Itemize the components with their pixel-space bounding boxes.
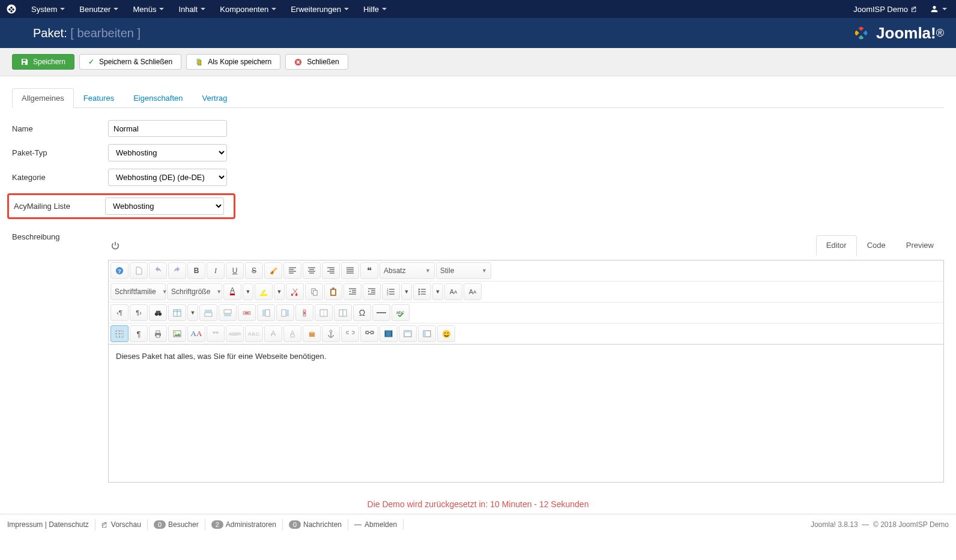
ol-more-button[interactable]: ▼ xyxy=(401,283,412,300)
tab-properties[interactable]: Eigenschaften xyxy=(124,88,192,108)
newdoc-button[interactable] xyxy=(130,262,148,279)
menu-help[interactable]: Hilfe xyxy=(356,0,394,18)
save-close-button[interactable]: ✓ Speichern & Schließen xyxy=(79,54,181,70)
visitors-link[interactable]: 0Besucher xyxy=(148,519,205,530)
ul-more-button[interactable]: ▼ xyxy=(432,283,443,300)
show-blocks-button[interactable] xyxy=(110,325,129,342)
align-center-button[interactable] xyxy=(303,262,321,279)
pilcrow-button[interactable]: ¶ xyxy=(130,325,148,342)
preview-link[interactable]: Vorschau xyxy=(95,519,148,530)
tab-contract[interactable]: Vertrag xyxy=(193,88,237,108)
messages-link[interactable]: 0Nachrichten xyxy=(283,519,348,530)
row-after-button[interactable] xyxy=(219,304,237,321)
site-link[interactable]: JoomISP Demo xyxy=(853,5,918,14)
logout-link[interactable]: —Abmelden xyxy=(348,519,404,530)
table-button[interactable] xyxy=(168,304,186,321)
find-button[interactable] xyxy=(149,304,167,321)
save-button[interactable]: Speichern xyxy=(12,54,74,70)
editor-toggle-button[interactable] xyxy=(108,238,123,253)
col-delete-button[interactable] xyxy=(295,304,313,321)
menu-extensions[interactable]: Erweiterungen xyxy=(283,0,356,18)
align-justify-button[interactable] xyxy=(341,262,359,279)
menu-components[interactable]: Komponenten xyxy=(213,0,283,18)
datenschutz-link[interactable]: Datenschutz xyxy=(49,520,89,529)
admins-link[interactable]: 2Administratoren xyxy=(205,519,283,530)
row-before-button[interactable] xyxy=(199,304,217,321)
textcolor-button[interactable]: A xyxy=(223,283,241,300)
del-button[interactable]: A xyxy=(264,325,282,342)
underline-button[interactable]: U xyxy=(226,262,244,279)
clean-button[interactable] xyxy=(264,262,282,279)
menu-menus[interactable]: Menüs xyxy=(126,0,171,18)
col-after-button[interactable] xyxy=(276,304,294,321)
anchor-button[interactable] xyxy=(322,325,340,342)
redo-button[interactable] xyxy=(168,262,186,279)
date-button[interactable] xyxy=(303,325,321,342)
close-button[interactable]: Schließen xyxy=(285,54,348,70)
strikethrough-button[interactable]: S xyxy=(245,262,263,279)
acronym-button[interactable]: A.B.C. xyxy=(245,325,263,342)
name-input[interactable] xyxy=(108,120,227,137)
tab-features[interactable]: Features xyxy=(74,88,124,108)
bold-button[interactable]: B xyxy=(187,262,205,279)
tab-general[interactable]: Allgemeines xyxy=(12,88,74,108)
copy-button[interactable] xyxy=(305,283,323,300)
align-left-button[interactable] xyxy=(283,262,301,279)
menu-content[interactable]: Inhalt xyxy=(171,0,213,18)
cut-button[interactable] xyxy=(286,283,304,300)
highlight-more-button[interactable]: ▼ xyxy=(274,283,285,300)
unordered-list-button[interactable] xyxy=(413,283,431,300)
menu-system[interactable]: System xyxy=(24,0,72,18)
category-select[interactable]: Webhosting (DE) (de-DE) xyxy=(108,169,227,186)
joomla-icon[interactable] xyxy=(6,4,17,14)
blockquote-button[interactable]: ❝ xyxy=(360,262,378,279)
editor-tab-editor[interactable]: Editor xyxy=(816,235,857,256)
editor-tab-code[interactable]: Code xyxy=(857,235,896,255)
table-more-button[interactable]: ▼ xyxy=(187,304,198,321)
user-menu[interactable] xyxy=(927,0,950,18)
editor-content[interactable]: Dieses Paket hat alles, was Sie für eine… xyxy=(108,345,944,483)
col-before-button[interactable] xyxy=(257,304,275,321)
align-right-button[interactable] xyxy=(322,262,340,279)
save-copy-button[interactable]: Als Kopie speichern xyxy=(186,54,280,70)
outdent-button[interactable] xyxy=(343,283,362,300)
styles-select[interactable]: Stile▼ xyxy=(436,262,491,279)
quote-button[interactable]: ❞❞ xyxy=(207,325,225,342)
rtl-button[interactable]: ¶› xyxy=(130,304,148,321)
merge-cells-button[interactable] xyxy=(315,304,333,321)
ltr-button[interactable]: ‹¶ xyxy=(110,304,129,321)
type-select[interactable]: Webhosting xyxy=(108,144,227,161)
undo-button[interactable] xyxy=(149,262,167,279)
textcolor-more-button[interactable]: ▼ xyxy=(243,283,253,300)
impressum-link[interactable]: Impressum xyxy=(7,520,43,529)
split-cells-button[interactable] xyxy=(334,304,352,321)
emoji-button[interactable] xyxy=(437,325,455,342)
ordered-list-button[interactable]: 123 xyxy=(382,283,400,300)
pagebreak-button[interactable] xyxy=(418,325,436,342)
paste-button[interactable] xyxy=(324,283,342,300)
superscript-button[interactable]: AA xyxy=(464,283,482,300)
row-delete-button[interactable] xyxy=(238,304,256,321)
ins-button[interactable]: A xyxy=(283,325,301,342)
unlink-button[interactable] xyxy=(341,325,359,342)
link-button[interactable] xyxy=(360,325,378,342)
fontsize-select[interactable]: Schriftgröße▼ xyxy=(167,283,222,300)
editor-tab-preview[interactable]: Preview xyxy=(896,235,944,255)
italic-button[interactable]: I xyxy=(207,262,225,279)
help-button[interactable]: ? xyxy=(110,262,129,279)
abbr-button[interactable]: ABBR xyxy=(226,325,244,342)
spellcheck-button[interactable]: abc xyxy=(392,304,410,321)
template-button[interactable] xyxy=(399,325,417,342)
styleprops-button[interactable]: AA xyxy=(187,325,205,342)
hr-button[interactable] xyxy=(372,304,390,321)
paragraph-select[interactable]: Absatz▼ xyxy=(380,262,435,279)
specialchar-button[interactable]: Ω xyxy=(353,304,371,321)
media-button[interactable] xyxy=(380,325,398,342)
menu-users[interactable]: Benutzer xyxy=(72,0,126,18)
acymailing-select[interactable]: Webhosting xyxy=(105,197,224,215)
print-button[interactable] xyxy=(149,325,167,342)
subscript-button[interactable]: AA xyxy=(444,283,462,300)
highlight-button[interactable] xyxy=(255,283,273,300)
indent-button[interactable] xyxy=(363,283,381,300)
fontfamily-select[interactable]: Schriftfamilie▼ xyxy=(110,283,166,300)
